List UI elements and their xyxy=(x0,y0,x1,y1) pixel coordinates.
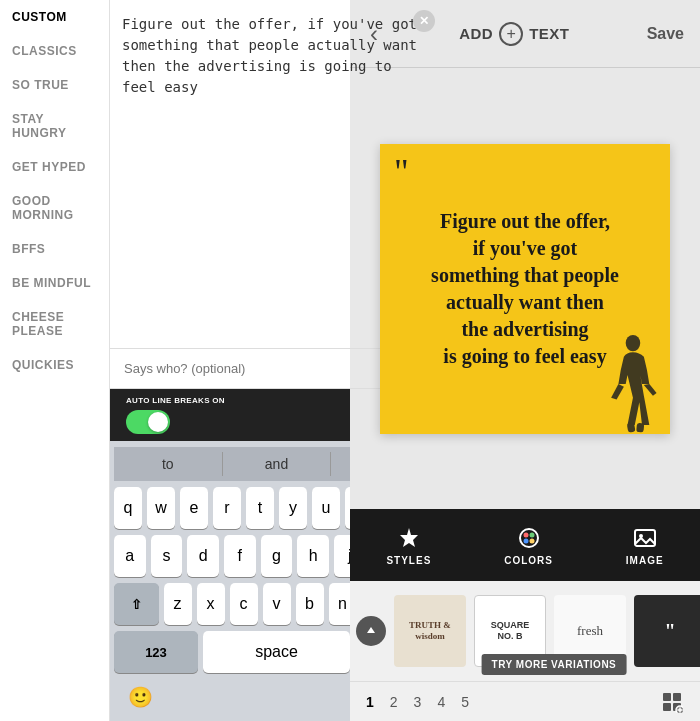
colors-label: COLORS xyxy=(504,555,553,566)
save-button[interactable]: Save xyxy=(647,25,684,43)
numbers-key[interactable]: 123 xyxy=(114,631,198,673)
grid-icon[interactable] xyxy=(660,690,684,714)
quote-marks: " xyxy=(394,154,409,190)
left-content: CUSTOM CLASSICS SO TRUE STAY HUNGRY GET … xyxy=(0,0,350,721)
key-h[interactable]: h xyxy=(297,535,329,577)
suggestion-and[interactable]: and xyxy=(222,452,331,476)
sidebar-item-so-true[interactable]: SO TRUE xyxy=(0,68,109,102)
sidebar: CUSTOM CLASSICS SO TRUE STAY HUNGRY GET … xyxy=(0,0,110,721)
shift-key[interactable]: ⇧ xyxy=(114,583,159,625)
quote-card[interactable]: " Figure out the offer,if you've gotsome… xyxy=(380,144,670,434)
space-key[interactable]: space xyxy=(203,631,350,673)
sidebar-item-be-mindful[interactable]: BE MINDFUL xyxy=(0,266,109,300)
add-plus-icon[interactable]: + xyxy=(499,22,523,46)
key-w[interactable]: w xyxy=(147,487,175,529)
svg-rect-9 xyxy=(635,530,655,546)
key-z[interactable]: z xyxy=(164,583,192,625)
styles-icon xyxy=(396,525,422,551)
page-3[interactable]: 3 xyxy=(414,694,422,710)
key-q[interactable]: q xyxy=(114,487,142,529)
add-text-section: ADD + TEXT xyxy=(459,22,569,46)
sidebar-item-quickies[interactable]: QUICKIES xyxy=(0,348,109,382)
key-g[interactable]: g xyxy=(261,535,293,577)
pagination-row: 1 2 3 4 5 xyxy=(350,681,700,721)
sidebar-item-stay-hungry[interactable]: STAY HUNGRY xyxy=(0,102,109,150)
auto-line-toggle-section: AUTO LINE BREAKS ON xyxy=(126,396,225,434)
quote-text-display: Figure out the offer,if you've gotsometh… xyxy=(409,188,641,390)
scroll-up-button[interactable] xyxy=(356,616,386,646)
key-t[interactable]: t xyxy=(246,487,274,529)
sidebar-item-classics[interactable]: CLASSICS xyxy=(0,34,109,68)
add-text-label: ADD xyxy=(459,25,493,42)
sidebar-item-custom[interactable]: CUSTOM xyxy=(0,0,109,34)
auto-line-toggle[interactable] xyxy=(126,410,170,434)
svg-rect-12 xyxy=(673,693,681,701)
svg-rect-13 xyxy=(663,703,671,711)
key-c[interactable]: c xyxy=(230,583,258,625)
image-label: IMAGE xyxy=(626,555,664,566)
page-1[interactable]: 1 xyxy=(366,694,374,710)
key-s[interactable]: s xyxy=(151,535,183,577)
image-icon xyxy=(632,525,658,551)
left-panel: CUSTOM CLASSICS SO TRUE STAY HUNGRY GET … xyxy=(0,0,350,721)
emoji-icon[interactable]: 🙂 xyxy=(128,685,153,709)
key-f[interactable]: f xyxy=(224,535,256,577)
template-quote-dark[interactable]: " xyxy=(634,595,700,667)
key-d[interactable]: d xyxy=(187,535,219,577)
key-e[interactable]: e xyxy=(180,487,208,529)
key-y[interactable]: y xyxy=(279,487,307,529)
styles-label: STYLES xyxy=(386,555,431,566)
colors-icon xyxy=(516,525,542,551)
toolbar-item-styles[interactable]: STYLES xyxy=(386,525,431,566)
bottom-toolbar: STYLES COLORS IM xyxy=(350,509,700,581)
key-u[interactable]: u xyxy=(312,487,340,529)
auto-line-label: AUTO LINE BREAKS ON xyxy=(126,396,225,406)
svg-rect-2 xyxy=(636,422,644,432)
key-v[interactable]: v xyxy=(263,583,291,625)
sidebar-item-bffs[interactable]: BFFS xyxy=(0,232,109,266)
toolbar-item-image[interactable]: IMAGE xyxy=(626,525,664,566)
svg-marker-3 xyxy=(400,528,418,547)
template-truth[interactable]: TRUTH &wisdom xyxy=(394,595,466,667)
clear-quote-button[interactable]: ✕ xyxy=(413,10,435,32)
toolbar-item-colors[interactable]: COLORS xyxy=(504,525,553,566)
add-text-label2: TEXT xyxy=(529,25,569,42)
try-more-tooltip[interactable]: TRY MORE VARIATIONS xyxy=(482,654,627,675)
suggestion-to[interactable]: to xyxy=(114,452,222,476)
templates-row: TRUTH &wisdom SQUARENO. B fresh " PAT TR… xyxy=(350,581,700,681)
key-a[interactable]: a xyxy=(114,535,146,577)
svg-rect-11 xyxy=(663,693,671,701)
key-x[interactable]: x xyxy=(197,583,225,625)
svg-point-4 xyxy=(520,529,538,547)
page-numbers: 1 2 3 4 5 xyxy=(366,694,469,710)
svg-point-5 xyxy=(523,532,528,537)
key-b[interactable]: b xyxy=(296,583,324,625)
svg-point-8 xyxy=(529,538,534,543)
sidebar-item-get-hyped[interactable]: GET HYPED xyxy=(0,150,109,184)
svg-point-7 xyxy=(523,538,528,543)
page-5[interactable]: 5 xyxy=(461,694,469,710)
sidebar-item-good-morning[interactable]: GOOD MORNING xyxy=(0,184,109,232)
toggle-knob xyxy=(148,412,168,432)
svg-point-6 xyxy=(529,532,534,537)
key-r[interactable]: r xyxy=(213,487,241,529)
page-4[interactable]: 4 xyxy=(437,694,445,710)
page-2[interactable]: 2 xyxy=(390,694,398,710)
sidebar-item-cheese-please[interactable]: CHEESE PLEASE xyxy=(0,300,109,348)
